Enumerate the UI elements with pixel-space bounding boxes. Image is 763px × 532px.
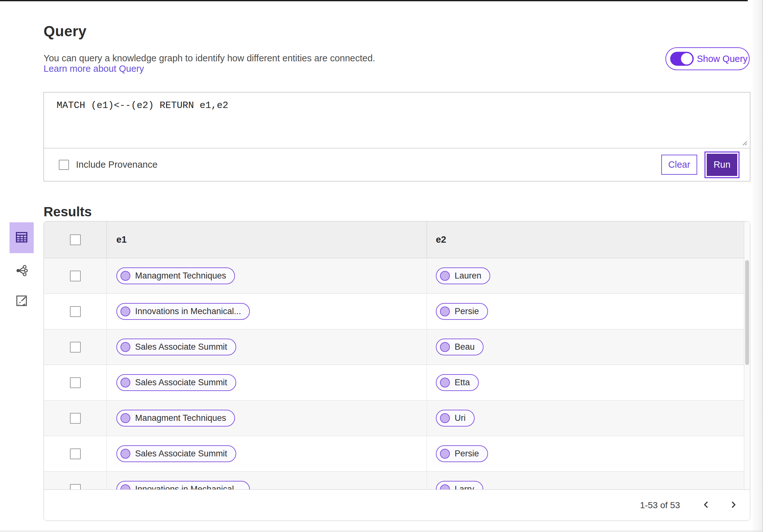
entity-label: Managment Techniques bbox=[135, 413, 226, 423]
query-card: MATCH (e1)<--(e2) RETURN e1,e2 Include P… bbox=[44, 92, 750, 181]
entity-pill-e1[interactable]: Innovations in Mechanical... bbox=[116, 303, 250, 320]
entity-pill-e1[interactable]: Managment Techniques bbox=[116, 267, 235, 284]
chevron-left-icon bbox=[701, 499, 711, 511]
entity-label: Beau bbox=[455, 342, 475, 352]
pagination-range-label: 1-53 of 53 bbox=[640, 500, 680, 510]
query-section-title: Query bbox=[44, 23, 86, 40]
table-row: Sales Associate Summit Beau bbox=[44, 329, 750, 365]
entity-label: Larry bbox=[455, 485, 474, 489]
table-header-row: e1 e2 bbox=[44, 222, 750, 258]
table-body: Managment Techniques Lauren Innovations … bbox=[44, 258, 750, 489]
entity-label: Innovations in Mechanical... bbox=[135, 307, 241, 316]
entity-circle-icon bbox=[121, 485, 130, 489]
export-view-icon bbox=[16, 295, 28, 308]
entity-pill-e1[interactable]: Sales Associate Summit bbox=[116, 445, 236, 462]
include-provenance-checkbox[interactable] bbox=[59, 160, 69, 170]
table-row: Innovations in Mechanical... Larry bbox=[44, 472, 750, 489]
page-right-edge bbox=[751, 0, 763, 532]
entity-circle-icon bbox=[121, 449, 130, 459]
scrollbar-thumb[interactable] bbox=[745, 260, 749, 365]
pagination-prev-button[interactable] bbox=[700, 499, 712, 512]
entity-label: Innovations in Mechanical... bbox=[135, 485, 241, 489]
entity-pill-e2[interactable]: Etta bbox=[436, 374, 479, 391]
table-row: Sales Associate Summit Etta bbox=[44, 365, 750, 400]
toggle-switch-icon[interactable] bbox=[670, 52, 694, 66]
entity-label: Managment Techniques bbox=[135, 271, 226, 281]
table-row: Innovations in Mechanical... Persie bbox=[44, 294, 750, 329]
row-checkbox[interactable] bbox=[70, 342, 81, 353]
table-view-icon bbox=[15, 231, 28, 244]
learn-more-link[interactable]: Learn more about Query bbox=[44, 63, 144, 74]
entity-pill-e1[interactable]: Sales Associate Summit bbox=[116, 339, 236, 355]
row-checkbox[interactable] bbox=[70, 448, 81, 459]
entity-circle-icon bbox=[440, 271, 450, 281]
entity-label: Lauren bbox=[455, 271, 481, 281]
entity-label: Etta bbox=[455, 378, 470, 388]
entity-circle-icon bbox=[440, 342, 450, 352]
results-card: e1 e2 Managment Techniques Lauren Innova… bbox=[44, 221, 750, 521]
entity-pill-e2[interactable]: Beau bbox=[436, 339, 484, 355]
entity-circle-icon bbox=[121, 307, 130, 316]
entity-label: Persie bbox=[455, 307, 479, 316]
entity-label: Sales Associate Summit bbox=[135, 342, 227, 352]
entity-circle-icon bbox=[121, 378, 130, 388]
clear-button[interactable]: Clear bbox=[661, 155, 697, 175]
pagination-bar: 1-53 of 53 bbox=[44, 489, 750, 521]
entity-pill-e1[interactable]: Sales Associate Summit bbox=[116, 374, 236, 391]
entity-circle-icon bbox=[440, 307, 450, 316]
entity-pill-e2[interactable]: Uri bbox=[436, 410, 475, 426]
results-section-title: Results bbox=[44, 204, 92, 220]
entity-pill-e2[interactable]: Persie bbox=[436, 303, 488, 320]
chevron-right-icon bbox=[728, 499, 738, 511]
row-checkbox[interactable] bbox=[70, 306, 81, 317]
column-header-e1: e1 bbox=[116, 234, 127, 245]
entity-circle-icon bbox=[440, 413, 450, 423]
graph-view-icon bbox=[15, 265, 28, 278]
row-checkbox[interactable] bbox=[70, 484, 81, 490]
resize-grip-icon[interactable] bbox=[740, 139, 748, 148]
show-query-label: Show Query bbox=[697, 54, 748, 64]
entity-circle-icon bbox=[440, 449, 450, 459]
page-bottom-divider bbox=[0, 531, 763, 531]
entity-label: Persie bbox=[455, 449, 479, 459]
entity-circle-icon bbox=[121, 342, 130, 352]
row-checkbox[interactable] bbox=[70, 413, 81, 424]
entity-label: Sales Associate Summit bbox=[135, 378, 227, 388]
table-scrollbar[interactable] bbox=[744, 222, 750, 489]
run-button[interactable]: Run bbox=[706, 152, 738, 177]
export-view-button[interactable] bbox=[10, 289, 34, 313]
entity-pill-e1[interactable]: Innovations in Mechanical... bbox=[116, 481, 250, 489]
include-provenance-label: Include Provenance bbox=[76, 159, 158, 170]
table-row: Managment Techniques Uri bbox=[44, 400, 750, 436]
page-top-divider bbox=[0, 0, 748, 1]
entity-circle-icon bbox=[121, 413, 130, 423]
query-description: You can query a knowledge graph to ident… bbox=[44, 53, 375, 63]
graph-view-button[interactable] bbox=[10, 259, 34, 283]
table-row: Sales Associate Summit Persie bbox=[44, 436, 750, 472]
query-editor[interactable]: MATCH (e1)<--(e2) RETURN e1,e2 bbox=[44, 92, 750, 148]
entity-circle-icon bbox=[440, 485, 450, 489]
results-scroll-area[interactable]: e1 e2 Managment Techniques Lauren Innova… bbox=[44, 222, 750, 489]
entity-pill-e2[interactable]: Larry bbox=[436, 481, 483, 489]
select-all-checkbox[interactable] bbox=[70, 234, 81, 245]
row-checkbox[interactable] bbox=[70, 377, 81, 388]
entity-pill-e2[interactable]: Lauren bbox=[436, 267, 490, 284]
table-view-button[interactable] bbox=[10, 222, 34, 253]
entity-circle-icon bbox=[121, 271, 130, 281]
entity-pill-e1[interactable]: Managment Techniques bbox=[116, 410, 235, 426]
toggle-knob bbox=[681, 53, 693, 64]
show-query-toggle[interactable]: Show Query bbox=[665, 47, 750, 70]
row-checkbox[interactable] bbox=[70, 271, 81, 281]
entity-circle-icon bbox=[440, 378, 450, 388]
column-header-e2: e2 bbox=[436, 234, 446, 245]
entity-pill-e2[interactable]: Persie bbox=[436, 445, 488, 462]
table-row: Managment Techniques Lauren bbox=[44, 258, 750, 294]
entity-label: Uri bbox=[455, 413, 466, 423]
pagination-next-button[interactable] bbox=[727, 499, 740, 512]
entity-label: Sales Associate Summit bbox=[135, 449, 227, 459]
